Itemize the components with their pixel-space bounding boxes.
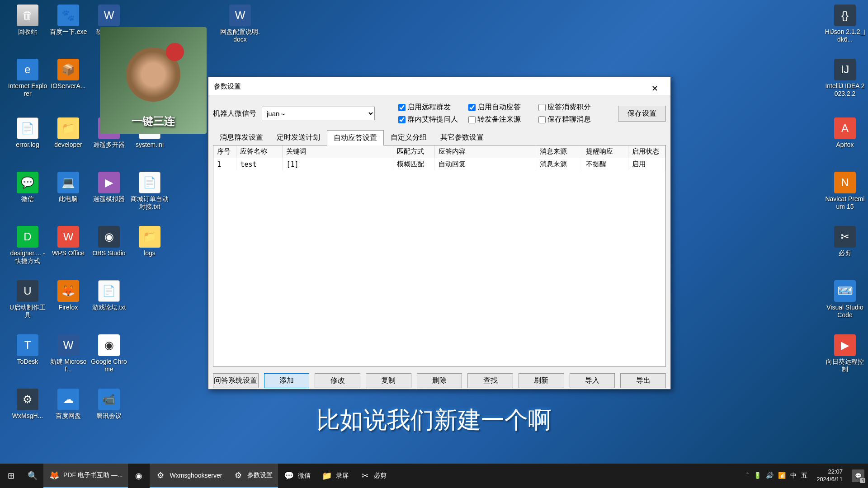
taskbar-item[interactable]: ✂必剪	[354, 464, 392, 488]
dialog-titlebar[interactable]: 参数设置 ✕	[208, 77, 670, 95]
desktop-icon[interactable]: ☁百度网盘	[48, 389, 89, 420]
desktop-icon[interactable]: 📹腾讯会议	[89, 389, 129, 420]
desktop-icon[interactable]: 📦IOServerA...	[48, 59, 89, 90]
action-button[interactable]: 复制	[366, 373, 411, 388]
desktop-icon[interactable]: 📄游戏论坛.txt	[89, 280, 129, 311]
checkbox-option[interactable]: 保存群聊消息	[538, 115, 604, 124]
action-button[interactable]: 导出	[620, 373, 666, 388]
column-header[interactable]: 启用状态	[628, 145, 665, 158]
tab[interactable]: 定时发送计划	[270, 130, 327, 145]
action-button[interactable]: 问答系统设置	[213, 373, 259, 388]
table-row[interactable]: 1test[1]模糊匹配自动回复消息来源不提醒启用	[213, 158, 665, 171]
desktop-icon[interactable]: ◉OBS Studio	[89, 226, 129, 257]
column-header[interactable]: 应答内容	[435, 145, 536, 158]
taskbar-clock[interactable]: 22:07 2024/6/11	[813, 468, 846, 483]
taskbar-item[interactable]: ⚙参数设置	[227, 464, 278, 488]
taskbar-item[interactable]: 🔍	[22, 464, 43, 488]
tab[interactable]: 自动应答设置	[327, 130, 384, 145]
desktop-icon[interactable]: 💻此电脑	[48, 172, 89, 203]
tray-icon[interactable]: 中	[790, 472, 797, 480]
desktop-icon[interactable]: {}HiJson 2.1.2_jdk6...	[825, 5, 865, 43]
column-header[interactable]: 序号	[213, 145, 236, 158]
tray-icon[interactable]: 五	[801, 472, 807, 480]
taskbar-item[interactable]: 🦊PDF 电子书互助 —...	[43, 464, 128, 488]
desktop-icon[interactable]: ▶逍遥模拟器	[89, 172, 129, 203]
save-settings-button[interactable]: 保存设置	[618, 106, 666, 122]
desktop-icon[interactable]: TToDesk	[7, 334, 48, 366]
action-button[interactable]: 查找	[467, 373, 513, 388]
action-button[interactable]: 修改	[315, 373, 360, 388]
desktop-icon[interactable]: 💬微信	[7, 172, 48, 203]
tray-icon[interactable]: 🔊	[766, 472, 774, 480]
tray-icon[interactable]: 🔋	[754, 472, 761, 480]
column-header[interactable]: 关键词	[283, 145, 393, 158]
desktop-icon[interactable]: UU启动制作工具	[7, 280, 48, 319]
column-header[interactable]: 匹配方式	[393, 145, 435, 158]
icon-label: 逍遥模拟器	[89, 195, 129, 203]
column-header[interactable]: 消息来源	[536, 145, 582, 158]
checkbox-option[interactable]: 启用自动应答	[468, 103, 534, 112]
checkbox-input[interactable]	[398, 104, 406, 111]
icon-label: 商城订单自动对接.txt	[129, 195, 170, 211]
app-icon: 🐾	[57, 5, 79, 26]
action-button[interactable]: 添加	[264, 373, 310, 388]
response-table-area[interactable]: 序号应答名称关键词匹配方式应答内容消息来源提醒响应启用状态 1test[1]模糊…	[213, 145, 666, 367]
action-button[interactable]: 导入	[570, 373, 615, 388]
checkbox-input[interactable]	[538, 116, 546, 123]
icon-label: 百度一下.exe	[48, 28, 89, 36]
taskbar-item[interactable]: ⚙Wxmsghookserver	[150, 464, 227, 488]
desktop-icon[interactable]: W新建 Microsof...	[48, 334, 89, 373]
checkbox-option[interactable]: 转发备注来源	[468, 115, 534, 124]
desktop-icon[interactable]: ◉Google Chrome	[89, 334, 129, 373]
desktop-icon[interactable]: 📁logs	[129, 226, 170, 257]
checkbox-option[interactable]: 群内艾特提问人	[398, 115, 464, 124]
icon-label: 此电脑	[48, 195, 89, 203]
app-icon: W	[57, 334, 79, 356]
taskbar[interactable]: ⊞🔍🦊PDF 电子书互助 —...◉⚙Wxmsghookserver⚙参数设置💬…	[0, 464, 868, 488]
desktop-icon[interactable]: 📄error.log	[7, 117, 48, 149]
desktop-icon[interactable]: NNavicat Premium 15	[825, 172, 865, 211]
desktop-icon[interactable]: AApifox	[825, 117, 865, 149]
desktop-icon[interactable]: IJIntelliJ IDEA 2023.2.2	[825, 59, 865, 98]
checkbox-input[interactable]	[468, 116, 476, 123]
desktop-icon[interactable]: ⌨Visual Studio Code	[825, 280, 865, 319]
taskbar-item[interactable]: 📁录屏	[316, 464, 354, 488]
desktop-icon[interactable]: ✂必剪	[825, 226, 865, 257]
desktop-icon[interactable]: WWPS Office	[48, 226, 89, 257]
notification-icon[interactable]: 💬4	[852, 469, 864, 482]
desktop-icon[interactable]: 🐾百度一下.exe	[48, 5, 89, 36]
checkbox-input[interactable]	[538, 104, 546, 111]
checkbox-input[interactable]	[398, 116, 406, 123]
taskbar-item[interactable]: ⊞	[0, 464, 22, 488]
desktop-icon[interactable]: eInternet Explorer	[7, 59, 48, 98]
desktop-icon[interactable]: 📁developer	[48, 117, 89, 149]
column-header[interactable]: 提醒响应	[582, 145, 628, 158]
icon-label: Navicat Premium 15	[825, 195, 865, 211]
desktop-icon[interactable]: 📄商城订单自动对接.txt	[129, 172, 170, 211]
action-button[interactable]: 删除	[417, 373, 462, 388]
desktop-icon[interactable]: ⚙WxMsgH...	[7, 389, 48, 420]
column-header[interactable]: 应答名称	[236, 145, 283, 158]
tab[interactable]: 其它参数设置	[434, 130, 491, 145]
tray-icon[interactable]: ˄	[746, 472, 749, 480]
desktop-icon[interactable]: ▶向日葵远程控制	[825, 334, 865, 373]
checkbox-option[interactable]: 应答消费积分	[538, 103, 604, 112]
close-icon[interactable]: ✕	[644, 80, 665, 93]
desktop-icon[interactable]: W网盘配置说明.docx	[220, 5, 260, 43]
action-button[interactable]: 刷新	[519, 373, 564, 388]
desktop-icon[interactable]: 🦊Firefox	[48, 280, 89, 311]
taskbar-item[interactable]: 💬微信	[278, 464, 316, 488]
desktop-icon[interactable]: 🗑回收站	[7, 5, 48, 36]
tray-icon[interactable]: 📶	[778, 472, 786, 480]
checkbox-option[interactable]: 启用远程群发	[398, 103, 464, 112]
app-icon: {}	[834, 5, 856, 26]
app-icon: 📄	[98, 280, 120, 302]
app-icon: W	[57, 226, 79, 248]
checkbox-input[interactable]	[468, 104, 476, 111]
desktop-icon[interactable]: Ddesigner.... - 快捷方式	[7, 226, 48, 265]
tab[interactable]: 消息群发设置	[213, 130, 270, 145]
app-icon: ⌨	[834, 280, 856, 302]
robot-id-select[interactable]: juan～	[262, 107, 375, 120]
taskbar-item[interactable]: ◉	[128, 464, 150, 488]
tab[interactable]: 自定义分组	[384, 130, 434, 145]
